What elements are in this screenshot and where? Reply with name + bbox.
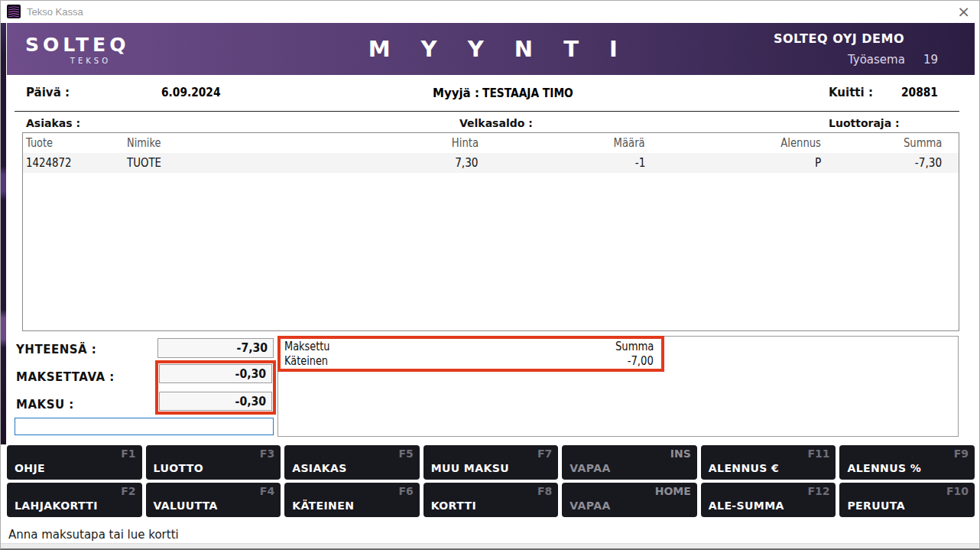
function-button-grid: OHJEF1 LUOTTOF3 ASIAKASF5 MUU MAKSUF7 VA… xyxy=(7,445,975,517)
app-window: Tekso Kassa × SOLTEQ TEKSO M Y Y N T I S… xyxy=(0,0,980,550)
column-hinta: Hinta xyxy=(347,136,479,150)
payable-value-box: -0,30 xyxy=(159,364,272,383)
kortti-button[interactable]: KORTTIF8 xyxy=(423,483,559,517)
credit-limit-label: Luottoraja : xyxy=(829,117,900,129)
workstation-number: 19 xyxy=(923,53,938,67)
workstation-info: Työasema19 xyxy=(774,53,938,67)
peruuta-button[interactable]: PERUUTAF10 xyxy=(839,483,975,517)
payments-header-row: Maksettu Summa xyxy=(284,340,654,354)
column-alennus: Alennus xyxy=(645,136,821,150)
vapaa-ins-button: VAPAAINS xyxy=(562,445,697,480)
sum-header: Summa xyxy=(615,340,654,354)
alennus-euro-button[interactable]: ALENNUS €F11 xyxy=(701,445,836,480)
kateinen-button[interactable]: KÄTEINENF6 xyxy=(284,483,420,517)
cell-alennus: P xyxy=(645,156,821,170)
title-bar: Tekso Kassa × xyxy=(1,1,979,22)
workstation-label: Työasema xyxy=(848,53,905,67)
receipt-number: 20881 xyxy=(901,85,944,99)
cell-tuote: 1424872 xyxy=(26,156,113,170)
total-value-box: -7,30 xyxy=(157,338,274,358)
header-right-block: SOLTEQ OYJ DEMO Työasema19 xyxy=(774,31,938,67)
divider-line xyxy=(15,111,959,112)
payment-method: Käteinen xyxy=(284,354,328,369)
alennus-percent-button[interactable]: ALENNUS %F9 xyxy=(839,445,975,480)
solteq-logo: SOLTEQ TEKSO xyxy=(25,34,111,65)
payable-label: MAKSETTAVA : xyxy=(16,370,115,384)
items-table: Tuote Nimike Hinta Määrä Alennus Summa 1… xyxy=(22,132,959,331)
luotto-button[interactable]: LUOTTOF3 xyxy=(146,445,281,480)
window-title: Tekso Kassa xyxy=(27,6,83,18)
table-row[interactable]: 1424872 TUOTE 7,30 -1 P -7,30 xyxy=(23,153,959,173)
app-icon xyxy=(7,5,21,18)
cell-summa: -7,30 xyxy=(821,156,942,170)
ohje-button[interactable]: OHJEF1 xyxy=(7,445,142,480)
payment-row: Käteinen -7,00 xyxy=(284,354,654,369)
column-maara: Määrä xyxy=(479,136,645,150)
receipt-label: Kuitti : xyxy=(829,86,873,99)
paid-header: Maksettu xyxy=(284,340,329,354)
background-window-edge xyxy=(1,23,6,444)
logo-secondary-text: TEKSO xyxy=(25,57,111,65)
company-name: SOLTEQ OYJ DEMO xyxy=(774,31,938,46)
payment-label: MAKSU : xyxy=(16,398,74,412)
date-label: Päivä : xyxy=(26,86,70,99)
seller-info: Myyjä :TESTAAJA TIMO xyxy=(433,86,588,100)
column-tuote: Tuote xyxy=(26,136,113,150)
asiakas-button[interactable]: ASIAKASF5 xyxy=(284,445,420,480)
cell-maara: -1 xyxy=(479,156,645,170)
logo-primary-text: SOLTEQ xyxy=(25,34,111,56)
cell-nimike: TUOTE xyxy=(127,156,316,170)
cell-hinta: 7,30 xyxy=(347,156,479,170)
muu-maksu-button[interactable]: MUU MAKSUF7 xyxy=(423,445,559,480)
total-label: YHTEENSÄ : xyxy=(16,343,96,356)
payment-amount: -7,00 xyxy=(628,354,654,369)
column-nimike: Nimike xyxy=(127,136,316,150)
status-message: Anna maksutapa tai lue kortti xyxy=(8,528,179,542)
bottom-strip xyxy=(1,543,979,549)
seller-label: Myyjä : xyxy=(433,86,479,100)
seller-value: TESTAAJA TIMO xyxy=(482,86,573,100)
payments-highlight-frame: Maksettu Summa Käteinen -7,00 xyxy=(277,336,664,372)
header-banner: SOLTEQ TEKSO M Y Y N T I SOLTEQ OYJ DEMO… xyxy=(7,23,975,75)
customer-label: Asiakas : xyxy=(26,117,80,129)
vapaa-home-button: VAPAAHOME xyxy=(562,483,697,517)
date-value: 6.09.2024 xyxy=(161,85,230,99)
entry-input[interactable] xyxy=(15,418,274,435)
page-title: M Y Y N T I xyxy=(368,36,629,62)
column-summa: Summa xyxy=(821,136,942,150)
close-icon[interactable]: × xyxy=(957,2,970,21)
lahjakortti-button[interactable]: LAHJAKORTTIF2 xyxy=(7,483,142,517)
items-table-header: Tuote Nimike Hinta Määrä Alennus Summa xyxy=(23,133,959,153)
payment-value-box: -0,30 xyxy=(159,392,272,411)
ale-summa-button[interactable]: ALE-SUMMAF12 xyxy=(701,483,836,517)
debt-balance-label: Velkasaldo : xyxy=(459,117,533,129)
valuutta-button[interactable]: VALUUTTAF4 xyxy=(146,483,281,517)
